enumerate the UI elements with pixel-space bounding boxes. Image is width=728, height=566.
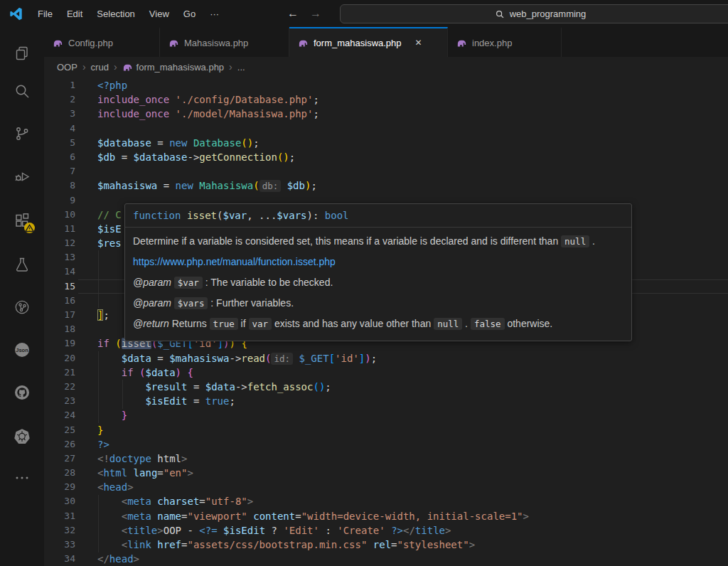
github-icon[interactable] [14,384,31,401]
menu-item-edit[interactable]: Edit [60,6,90,22]
explorer-icon[interactable] [14,45,31,62]
back-arrow-icon[interactable]: ← [287,7,299,20]
code-line[interactable]: $database = new Database(); [97,136,728,150]
line-number[interactable]: 16 [44,294,75,308]
code-line[interactable]: <html lang="en"> [97,466,728,480]
close-icon[interactable]: ✕ [415,38,422,47]
breadcrumb-separator-icon: › [229,61,232,73]
code-line[interactable]: <head> [97,480,728,494]
tab-mahasiswa-php[interactable]: Mahasiswa.php [160,27,289,57]
hover-paragraph: @return Returns true if var exists and h… [133,317,623,331]
line-number[interactable]: 18 [44,322,75,336]
menu-item-go[interactable]: Go [176,6,203,22]
code-line[interactable] [97,164,728,178]
code-line[interactable]: $db = $database->getConnection(); [97,150,728,164]
code-line[interactable]: <?php [97,78,728,92]
breadcrumb-item-crud[interactable]: crud [91,62,109,73]
code-line[interactable]: $isEdit = true; [97,394,728,408]
code-line[interactable]: } [97,408,728,422]
code-line[interactable]: $data = $mahasiswa->read(id: $_GET['id']… [97,351,728,365]
breadcrumb-separator-icon: › [114,61,117,73]
run-debug-icon[interactable] [14,168,31,185]
line-number[interactable]: 4 [44,122,75,136]
line-number[interactable]: 8 [44,178,75,193]
line-number[interactable]: 11 [44,222,75,236]
line-number[interactable]: 1 [44,78,75,92]
breadcrumb-item-[interactable]: ... [237,62,245,73]
line-number[interactable]: 24 [44,408,75,422]
menu-item-[interactable]: ··· [203,6,226,22]
line-number-gutter[interactable]: 1234567891011121314151617181920212223242… [44,78,75,566]
forward-arrow-icon[interactable]: → [310,7,321,20]
breadcrumb-separator-icon: › [82,61,86,73]
code-line[interactable]: } [97,423,728,437]
line-number[interactable]: 25 [44,423,75,437]
code-line[interactable]: $mahasiswa = new Mahasiswa(db: $db); [97,178,728,193]
code-line[interactable]: <link href="assets/css/bootstrap.min.css… [97,538,728,552]
warning-badge [24,223,35,233]
hover-doc-link[interactable]: https://www.php.net/manual/function.isse… [133,256,336,267]
hover-text: @param [133,297,171,309]
line-number[interactable]: 19 [44,336,75,351]
project-icon[interactable] [14,299,31,316]
line-number[interactable]: 13 [44,250,75,265]
code-line[interactable]: ?> [97,437,728,452]
tab-config-php[interactable]: Config.php [44,27,160,57]
line-number[interactable]: 30 [44,494,75,508]
source-control-icon[interactable] [14,125,31,142]
code-line[interactable]: $result = $data->fetch_assoc(); [97,380,728,394]
line-number[interactable]: 28 [44,466,75,480]
line-number[interactable]: 17 [44,308,75,322]
hover-paragraph: Determine if a variable is considered se… [133,235,623,248]
line-number[interactable]: 9 [44,193,75,208]
code-line[interactable]: <title>OOP - <?= $isEdit ? 'Edit' : 'Cre… [97,523,728,538]
breadcrumb-item-oop[interactable]: OOP [57,62,77,73]
line-number[interactable]: 26 [44,437,75,452]
menu-item-view[interactable]: View [142,6,176,22]
line-number[interactable]: 5 [44,136,75,150]
line-number[interactable]: 31 [44,509,75,523]
line-number[interactable]: 33 [44,538,75,552]
line-number[interactable]: 23 [44,394,75,408]
hover-paragraph: @param $var : The variable to be checked… [133,276,623,289]
more-icon[interactable] [14,469,31,486]
line-number[interactable]: 14 [44,265,75,279]
line-number[interactable]: 6 [44,150,75,164]
code-line[interactable]: <meta charset="utf-8"> [97,494,728,508]
vscode-logo-icon[interactable] [9,6,23,21]
search-command-center[interactable]: web_programming [340,4,728,23]
line-number[interactable]: 7 [44,164,75,178]
hover-tooltip: function isset($var, ...$vars): bool Det… [124,203,632,341]
line-number[interactable]: 2 [44,92,75,107]
tab-bar: Config.phpMahasiswa.phpform_mahasiswa.ph… [44,27,728,57]
line-number[interactable]: 32 [44,523,75,538]
code-line[interactable]: if ($data) { [97,365,728,380]
extensions-icon[interactable] [14,212,31,229]
line-number[interactable]: 12 [44,236,75,250]
tab-form-mahasiswa-php[interactable]: form_mahasiswa.php✕ [289,27,448,57]
line-number[interactable]: 29 [44,480,75,494]
code-line[interactable] [97,122,728,136]
code-line[interactable]: </head> [97,552,728,566]
line-number[interactable]: 10 [44,208,75,222]
code-line[interactable]: include_once './config/Database.php'; [97,92,728,107]
line-number[interactable]: 20 [44,351,75,365]
code-line[interactable]: include_once './model/Mahasiswa.php'; [97,107,728,121]
code-line[interactable]: <!doctype html> [97,452,728,466]
search-icon[interactable] [14,82,31,100]
menu-item-selection[interactable]: Selection [90,6,141,22]
line-number[interactable]: 21 [44,365,75,380]
kubernetes-icon[interactable] [14,427,31,444]
tab-index-php[interactable]: index.php [448,27,562,57]
line-number[interactable]: 3 [44,107,75,121]
line-number[interactable]: 34 [44,552,75,566]
line-number[interactable]: 27 [44,452,75,466]
code-line[interactable]: <meta name="viewport" content="width=dev… [97,509,728,523]
breadcrumb-item-form-mahasiswa-php[interactable]: form_mahasiswa.php [122,62,225,73]
inline-code-chip: null [561,235,589,247]
testing-icon[interactable] [14,256,31,273]
menu-item-file[interactable]: File [31,6,60,22]
json-icon[interactable]: Json [14,341,31,358]
line-number[interactable]: 15 [44,279,75,294]
line-number[interactable]: 22 [44,380,75,394]
